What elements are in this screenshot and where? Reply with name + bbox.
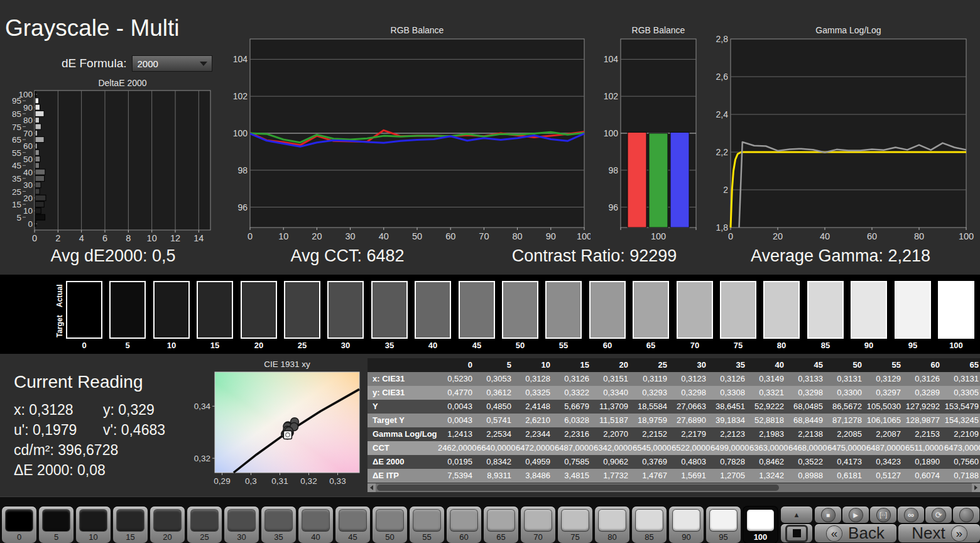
level-patch	[117, 510, 144, 531]
level-button-55[interactable]: 55	[410, 507, 444, 543]
scroll-left-icon[interactable]	[368, 483, 376, 492]
table-cell: 6545,0000	[633, 441, 672, 455]
svg-text:RGB Balance: RGB Balance	[632, 25, 685, 35]
table-cell: 0,4803	[672, 455, 710, 469]
level-patch	[673, 510, 700, 531]
swatch-label-95: 95	[895, 341, 931, 350]
scroll-right-icon[interactable]	[972, 483, 980, 492]
level-button-75[interactable]: 75	[558, 507, 592, 543]
table-cell: 0,8342	[477, 455, 516, 469]
table-cell: 7,5394	[438, 469, 477, 483]
blank-circle-button[interactable]	[953, 507, 979, 523]
svg-text:5: 5	[16, 213, 21, 222]
swatch-label-20: 20	[241, 341, 277, 350]
table-scrollbar[interactable]	[368, 483, 980, 492]
level-button-5[interactable]: 5	[39, 507, 74, 543]
level-patch	[636, 510, 663, 531]
cie-1931-chart: CIE 1931 xy0,290,30,310,320,330,340,32	[182, 359, 366, 493]
level-label: 85	[632, 532, 667, 542]
swatch-95	[895, 281, 931, 339]
table-cell: 6468,0000	[788, 441, 827, 455]
level-button-45[interactable]: 45	[335, 507, 370, 543]
level-button-50[interactable]: 50	[373, 507, 407, 543]
table-cell: 0,3297	[866, 386, 905, 400]
refresh-button[interactable]: ⟳	[925, 507, 952, 523]
table-cell: 0,3321	[749, 386, 788, 400]
level-button-100[interactable]: 100	[743, 507, 778, 543]
scrollbar-thumb[interactable]	[377, 485, 779, 491]
svg-text:104: 104	[604, 54, 619, 64]
level-button-65[interactable]: 65	[484, 507, 518, 543]
level-button-60[interactable]: 60	[447, 507, 481, 543]
column-header-25: 25	[633, 358, 672, 372]
svg-text:100: 100	[18, 90, 33, 99]
table-row: Y0,00430,48502,41485,667911,370918,55842…	[368, 400, 980, 414]
table-cell: 128,9877	[905, 414, 944, 427]
table-cell: 18,9759	[633, 414, 672, 427]
level-button-40[interactable]: 40	[298, 507, 333, 543]
level-button-80[interactable]: 80	[595, 507, 629, 543]
table-cell: 2,2534	[477, 427, 516, 441]
table-cell: 6487,0000	[555, 441, 594, 455]
level-button-30[interactable]: 30	[224, 507, 259, 543]
level-button-35[interactable]: 35	[261, 507, 296, 543]
table-cell: 68,0485	[788, 400, 827, 414]
row-label: CCT	[368, 441, 438, 455]
table-cell: 0,3298	[788, 386, 827, 400]
table-cell: 86,5672	[827, 400, 866, 414]
table-row: x: CIE310,52300,30530,31280,31260,31510,…	[368, 372, 980, 386]
play-button[interactable]: ▶	[842, 507, 869, 523]
svg-text:40: 40	[820, 231, 830, 241]
level-button-85[interactable]: 85	[632, 507, 667, 543]
table-cell: 0,8988	[788, 469, 827, 483]
table-cell: 2,4148	[516, 400, 555, 414]
level-button-90[interactable]: 90	[669, 507, 704, 543]
swatch-label-10: 10	[153, 341, 190, 350]
swatch-label-90: 90	[851, 341, 887, 350]
table-cell: 38,6451	[710, 400, 749, 414]
table-cell: 5,6679	[555, 400, 594, 414]
stop-button[interactable]: ■	[815, 507, 841, 523]
infinity-button[interactable]: ∞	[898, 507, 924, 523]
table-cell: 0,4173	[827, 455, 866, 469]
table-cell: 2,2152	[633, 427, 672, 441]
pattern-window-button[interactable]: [··]	[870, 507, 896, 523]
swatch-label-80: 80	[763, 341, 800, 350]
swatch-15	[197, 281, 233, 339]
table-cell: 1,7732	[594, 469, 633, 483]
table-cell: 0,3423	[866, 455, 905, 469]
swatch-75	[720, 281, 756, 339]
back-button[interactable]: « Back	[815, 524, 896, 542]
level-button-25[interactable]: 25	[187, 507, 222, 543]
level-button-0[interactable]: 0	[2, 507, 36, 543]
table-cell: 0,3149	[749, 372, 788, 386]
table-cell: 1,2705	[710, 469, 749, 483]
measurement-table: 05101520253035404550556065x: CIE310,5230…	[368, 358, 980, 483]
level-button-95[interactable]: 95	[706, 507, 741, 543]
table-cell: 0,9062	[594, 455, 633, 469]
level-label: 35	[261, 532, 296, 542]
rgb-balance-bar-chart: RGB Balance9698100102104100	[602, 25, 714, 245]
level-button-15[interactable]: 15	[113, 507, 148, 543]
chevron-right-icon: »	[952, 526, 967, 541]
svg-text:2: 2	[723, 185, 728, 195]
pattern-stop-button[interactable]	[781, 524, 812, 542]
next-button[interactable]: Next »	[898, 524, 980, 542]
table-cell: 0,3289	[905, 386, 944, 400]
pattern-up-button[interactable]: ▲	[781, 507, 812, 523]
table-cell: 0,0195	[438, 455, 477, 469]
table-cell: 0,3123	[672, 372, 710, 386]
de-formula-select[interactable]: 2000	[132, 55, 212, 72]
svg-text:DeltaE 2000: DeltaE 2000	[98, 78, 146, 88]
table-cell: 2,2087	[866, 427, 905, 441]
level-button-70[interactable]: 70	[521, 507, 555, 543]
table-cell: 6475,0000	[827, 441, 866, 455]
table-header-row: 05101520253035404550556065	[368, 358, 980, 372]
level-patch	[339, 510, 366, 531]
table-cell: 0,3129	[866, 372, 905, 386]
level-button-20[interactable]: 20	[150, 507, 185, 543]
svg-text:96: 96	[608, 202, 618, 212]
level-button-10[interactable]: 10	[76, 507, 111, 543]
table-cell: 3,4815	[555, 469, 594, 483]
table-cell: 18,5584	[633, 400, 672, 414]
